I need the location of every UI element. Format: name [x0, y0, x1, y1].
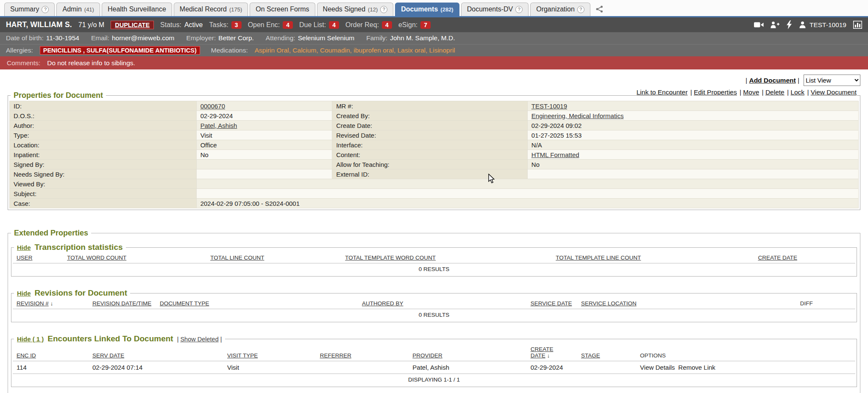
property-row: Author: Patel, Ashish Create Date: 02-29…	[10, 121, 859, 130]
view-document-link[interactable]: View Document	[811, 89, 857, 96]
tab-summary[interactable]: Summary ?	[4, 3, 55, 16]
open-enc-badge[interactable]: 4	[283, 21, 293, 29]
document-action-links: Link to EncounterEdit PropertiesMoveDele…	[8, 89, 860, 96]
tab-needs-signed[interactable]: Needs Signed (12) ?	[317, 3, 394, 16]
encounter-row: 114 02-29-2024 07:14 Visit Patel, Ashish…	[13, 361, 855, 374]
tab-documents-dv[interactable]: Documents-DV ?	[461, 3, 529, 16]
property-row: Location: Office Interface: N/A	[10, 140, 859, 150]
column-header: PROVIDER	[409, 344, 526, 361]
view-details-link[interactable]: View Details	[640, 364, 675, 371]
created-by-link[interactable]: Engineering, Medical Informatics	[531, 112, 624, 119]
link-to-encounter-link[interactable]: Link to Encounter	[637, 89, 688, 96]
tasks-counter: Tasks: 3	[209, 21, 241, 29]
column-header: VISIT TYPE	[223, 344, 316, 361]
view-mode-select[interactable]: List View	[804, 75, 860, 86]
document-id-link[interactable]: 0000670	[200, 102, 225, 110]
medication-link[interactable]: Coumadin	[320, 47, 353, 54]
column-header: SERVICE DATE	[527, 299, 577, 309]
order-req-badge[interactable]: 4	[382, 21, 392, 29]
author-link[interactable]: Patel, Ashish	[200, 122, 237, 129]
property-row: Subject:	[10, 189, 859, 199]
column-header: REVISION DATE/TIME	[89, 299, 156, 309]
column-header: OPTIONS	[636, 344, 855, 361]
chart-icon[interactable]	[853, 21, 862, 29]
properties-table: ID: 0000670 MR #: TEST-10019 D.O.S.: 02-…	[9, 101, 859, 208]
show-deleted-link[interactable]: Show Deleted	[180, 336, 218, 343]
tab-documents[interactable]: Documents (282)	[395, 3, 459, 16]
esign-badge[interactable]: 7	[420, 21, 431, 29]
due-list-badge[interactable]: 4	[329, 21, 339, 29]
property-row: Needs Signed By: External ID:	[10, 169, 859, 179]
medication-link[interactable]: Lasix oral	[398, 47, 429, 54]
medication-link[interactable]: Lisinopril	[429, 47, 455, 54]
edit-properties-link[interactable]: Edit Properties	[694, 89, 737, 96]
employer-field: Employer:Better Corp.	[186, 34, 254, 42]
tab-admin[interactable]: Admin (41)	[56, 3, 100, 16]
order-req-counter: Order Req: 4	[345, 21, 392, 29]
create-date-cell: 02-29-2024	[527, 361, 577, 374]
remove-link-link[interactable]: Remove Link	[678, 364, 715, 371]
add-user-icon[interactable]	[771, 21, 779, 28]
medication-link[interactable]: Calcium	[292, 47, 320, 54]
column-header: CREATE DATE	[754, 253, 855, 263]
tasks-badge[interactable]: 3	[231, 21, 242, 29]
webchart-page: Summary ? Admin (41) Health Surveillance…	[0, 0, 868, 393]
help-icon[interactable]: ?	[515, 6, 523, 13]
sort-icon[interactable]: ↓	[547, 352, 550, 359]
comments-label: Comments:	[7, 59, 40, 67]
patient-name: HART, WILLIAM S.	[6, 20, 72, 29]
medication-link[interactable]: ibuprofen oral	[353, 47, 397, 54]
hide-encounters-link[interactable]: Hide ( 1 )	[17, 335, 44, 343]
encounters-title: Encounters Linked To Document	[47, 334, 173, 343]
tab-on-screen-forms[interactable]: On Screen Forms	[250, 3, 315, 16]
column-header: TOTAL TEMPLATE LINE COUNT	[552, 253, 754, 263]
tab-health-surveillance[interactable]: Health Surveillance	[102, 3, 172, 16]
family-field: Family:John M. Sample, M.D.	[366, 34, 455, 42]
hide-transcription-link[interactable]: Hide	[17, 244, 31, 251]
share-icon[interactable]	[592, 6, 607, 16]
sort-icon[interactable]: ↓	[50, 300, 53, 307]
extended-properties-title: Extended Properties	[11, 229, 91, 238]
tab-organization[interactable]: Organization ?	[530, 3, 590, 16]
help-icon[interactable]: ?	[577, 6, 584, 13]
column-header: AUTHORED BY	[358, 299, 527, 309]
hide-revisions-link[interactable]: Hide	[17, 290, 31, 297]
move-link[interactable]: Move	[743, 89, 759, 96]
esign-counter: eSign: 7	[398, 21, 431, 29]
document-properties-content: Add Document List View Link to Encounter…	[0, 69, 868, 393]
revisions-table: REVISION #↓ REVISION DATE/TIME DOCUMENT …	[13, 299, 855, 321]
medications-label: Medications:	[211, 47, 248, 54]
mr-number-link[interactable]: TEST-10019	[531, 102, 567, 110]
tab-medical-record[interactable]: Medical Record (175)	[174, 3, 248, 16]
column-header: CREATE DATE↓	[527, 344, 577, 361]
help-icon[interactable]: ?	[42, 6, 49, 13]
property-row: Signed By: Allow for Teaching: No	[10, 160, 859, 169]
property-row: Viewed By:	[10, 179, 859, 189]
delete-link[interactable]: Delete	[765, 89, 785, 96]
results-row: 0 RESULTS	[13, 263, 855, 275]
duplicate-flag[interactable]: DUPLICATE	[111, 21, 154, 29]
add-document-link[interactable]: Add Document	[749, 77, 796, 84]
encounters-table: ENC ID SERV DATE VISIT TYPE REFERRER PRO…	[13, 344, 855, 385]
help-icon[interactable]: ?	[380, 6, 387, 13]
displaying-row: DISPLAYING 1-1 / 1	[13, 374, 855, 386]
column-header: TOTAL TEMPLATE WORD COUNT	[341, 253, 552, 263]
column-header: DOCUMENT TYPE	[156, 299, 358, 309]
camera-icon[interactable]	[754, 22, 764, 28]
lightning-icon[interactable]	[786, 20, 792, 29]
visit-type-cell: Visit	[223, 361, 316, 374]
content-format-link[interactable]: HTML Formatted	[531, 151, 579, 158]
allergy-list[interactable]: PENICILLINS , SULFA(SULFONAMIDE ANTIBIOT…	[40, 46, 200, 55]
lock-link[interactable]: Lock	[790, 89, 804, 96]
property-row: Type: Visit Revised Date: 01-27-2025 15:…	[10, 130, 859, 140]
email-field: Email:horner@mieweb.com	[91, 34, 175, 42]
enc-id-cell: 114	[13, 361, 89, 374]
transcription-statistics-section: Hide Transcription statistics USER TOTAL…	[11, 243, 857, 277]
encounters-section: Hide ( 1 ) Encounters Linked To Document…	[11, 334, 857, 387]
column-header: DIFF	[796, 299, 855, 309]
user-icon[interactable]	[799, 21, 806, 28]
column-header: STAGE	[577, 344, 636, 361]
column-header: REVISION #↓	[13, 299, 89, 309]
serv-date-cell: 02-29-2024 07:14	[89, 361, 223, 374]
medication-link[interactable]: Aspirin Oral	[255, 47, 293, 54]
